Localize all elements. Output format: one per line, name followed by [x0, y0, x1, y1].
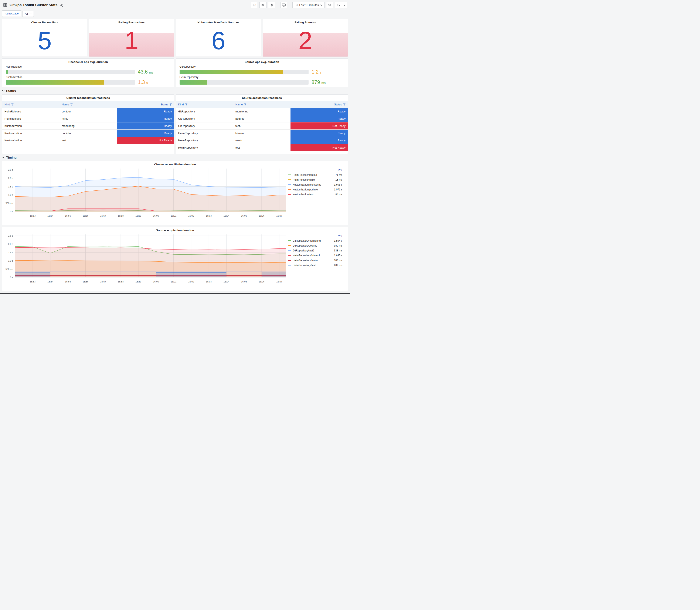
panel-title[interactable]: Kubernetes Manifests Sources — [176, 19, 261, 25]
legend-item[interactable]: Kustomization/monitoring1.605 s — [288, 182, 342, 187]
stat-value: 1 — [125, 28, 139, 53]
column-header-kind[interactable]: Kind — [176, 101, 233, 108]
name-cell: test — [233, 144, 291, 151]
panel-title[interactable]: Cluster reconciliation readiness — [2, 95, 174, 100]
gauge-panels-row: Reconciler ops avg. duration HelmRelease… — [2, 59, 348, 87]
x-tick-label: 15:58 — [118, 214, 124, 217]
timeseries-plot[interactable]: 0 s500 ms1.0 s1.5 s2.0 s2.5 s15:5315:541… — [3, 166, 288, 220]
zoom-out-time-button[interactable] — [326, 2, 333, 8]
save-dashboard-button[interactable] — [259, 2, 266, 8]
panel-title[interactable]: Source acquisition duration — [2, 227, 348, 232]
filter-icon[interactable] — [11, 103, 14, 106]
series-avg-value: 1.071 s — [334, 188, 342, 191]
x-tick-label: 15:56 — [83, 280, 88, 283]
name-cell: bitnami — [233, 130, 291, 137]
filter-icon[interactable] — [169, 103, 172, 106]
section-toggle-timing[interactable]: Timing — [2, 156, 348, 159]
x-tick-label: 16:02 — [188, 214, 194, 217]
legend-item[interactable]: HelmRepository/minio108 ms — [288, 258, 342, 263]
column-header-name[interactable]: Name — [233, 101, 291, 108]
filter-icon[interactable] — [343, 103, 345, 106]
section-toggle-status[interactable]: Status — [2, 89, 348, 93]
panel-title[interactable]: Reconciler ops avg. duration — [2, 59, 174, 64]
x-tick-label: 16:03 — [206, 214, 212, 217]
x-tick-label: 16:05 — [241, 280, 247, 283]
panel-title[interactable]: Failing Sources — [263, 19, 348, 25]
refresh-interval-dropdown[interactable] — [342, 2, 347, 8]
legend-item[interactable]: GitRepository/monitoring1.594 s — [288, 238, 342, 243]
name-cell: test2 — [233, 123, 291, 130]
gauge-bar — [6, 70, 8, 74]
series-color-marker — [288, 260, 291, 261]
legend-item[interactable]: Kustomization/podinfo1.071 s — [288, 187, 342, 192]
panel-title[interactable]: Failing Reconcilers — [89, 19, 174, 25]
series-color-marker — [288, 240, 291, 241]
filter-icon[interactable] — [244, 103, 246, 106]
x-tick-label: 16:03 — [206, 280, 212, 283]
add-panel-button[interactable] — [251, 2, 258, 8]
status-cell: Ready — [291, 108, 348, 115]
apps-grid-icon[interactable] — [3, 3, 7, 7]
x-tick-label: 15:53 — [30, 280, 36, 283]
legend-avg-header[interactable]: avg — [288, 168, 342, 172]
gauge-bar — [6, 80, 104, 85]
save-icon — [261, 3, 264, 6]
series-color-marker — [288, 175, 291, 175]
gauge-value: 1.3 s — [138, 79, 148, 85]
x-tick-label: 15:57 — [100, 214, 106, 217]
panel-title[interactable]: Cluster reconciliation duration — [2, 161, 348, 166]
status-cell: Ready — [117, 123, 174, 130]
column-header-status[interactable]: Status — [291, 101, 348, 108]
series-name: HelmRelease/contour — [293, 174, 334, 176]
legend-item[interactable]: HelmRelease/contour71 ms — [288, 172, 342, 177]
legend-item[interactable]: GitRepository/test2338 ms — [288, 248, 342, 253]
column-header-name[interactable]: Name — [60, 101, 117, 108]
share-icon[interactable] — [60, 3, 64, 7]
legend-item[interactable]: GitRepository/podinfo980 ms — [288, 243, 342, 248]
series-name: HelmRepository/minio — [293, 259, 332, 262]
series-area — [15, 247, 286, 277]
y-tick-label: 500 ms — [5, 202, 13, 205]
legend-item[interactable]: HelmRepository/bitnami1.695 s — [288, 253, 342, 258]
kind-cell: GitRepository — [176, 123, 233, 130]
time-range-picker[interactable]: Last 15 minutes — [292, 2, 325, 8]
gear-icon — [270, 3, 274, 7]
series-name: HelmRepository/test — [293, 264, 332, 267]
panel-title[interactable]: Cluster Reconcilers — [2, 19, 87, 25]
series-avg-value: 71 ms — [335, 174, 342, 176]
series-avg-value: 108 ms — [334, 259, 342, 262]
column-header-status[interactable]: Status — [117, 101, 174, 108]
status-cell: Not Ready — [291, 123, 348, 130]
variable-namespace-select[interactable]: All — [22, 11, 34, 17]
legend-avg-header[interactable]: avg — [288, 234, 342, 238]
dashboard-settings-button[interactable] — [268, 2, 275, 8]
y-tick-label: 0 s — [10, 276, 13, 279]
series-color-marker — [288, 194, 291, 195]
panel-title[interactable]: Source acquisition readiness — [176, 95, 348, 100]
table-row: HelmReleaseminioReady — [2, 115, 174, 123]
timeseries-plot[interactable]: 0 s500 ms1.0 s1.5 s2.0 s2.5 s15:5315:541… — [3, 232, 288, 286]
legend-item[interactable]: Kustomization/test84 ms — [288, 192, 342, 197]
stat-panel-failing-reconcilers: Failing Reconcilers 1 — [89, 19, 174, 57]
cycle-view-mode-button[interactable] — [280, 2, 287, 8]
refresh-button[interactable] — [335, 2, 342, 8]
screen-bottom-edge — [0, 293, 350, 294]
stat-value: 5 — [38, 28, 52, 53]
legend-item[interactable]: HelmRelease/minio16 ms — [288, 177, 342, 182]
kind-cell: Kustomization — [2, 130, 60, 137]
legend-item[interactable]: HelmRepository/test289 ms — [288, 263, 342, 268]
column-header-kind[interactable]: Kind — [2, 101, 60, 108]
stat-panels-row: Cluster Reconcilers 5 Failing Reconciler… — [2, 19, 348, 57]
filter-icon[interactable] — [185, 103, 188, 106]
stat-panel-failing-sources: Failing Sources 2 — [263, 19, 348, 57]
cluster-reconciliation-duration-row: Cluster reconciliation duration 0 s500 m… — [2, 161, 348, 225]
name-cell: minio — [233, 137, 291, 144]
source-acquisition-duration-row: Source acquisition duration 0 s500 ms1.0… — [2, 227, 348, 291]
gauge-label: Kustomization — [6, 76, 170, 79]
y-tick-label: 2.0 s — [8, 177, 13, 179]
panel-add-icon — [253, 3, 256, 7]
filter-icon[interactable] — [70, 103, 73, 106]
gauge-bar — [180, 80, 207, 85]
panel-title[interactable]: Source ops avg. duration — [176, 59, 348, 64]
variable-namespace-label: namespace — [2, 11, 21, 17]
